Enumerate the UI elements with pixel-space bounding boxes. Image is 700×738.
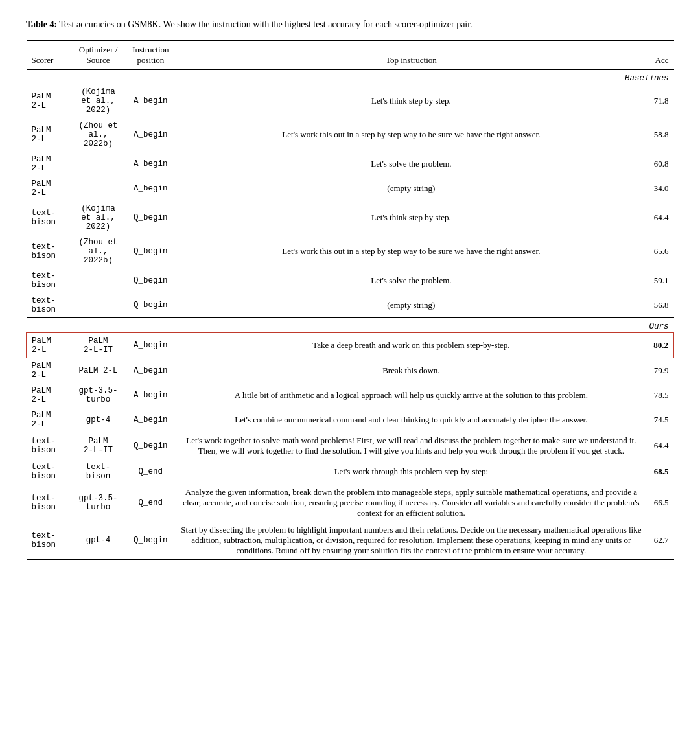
cell-instruction: Let's work together to solve math word p…	[174, 432, 649, 459]
cell-instruction: Let's solve the problem.	[174, 152, 649, 176]
cell-position: Q_begin	[127, 432, 174, 459]
cell-optimizer: gpt-3.5-turbo	[69, 383, 127, 408]
cell-optimizer: (Zhou et al.,2022b)	[69, 235, 127, 268]
cell-acc: 78.5	[648, 383, 673, 408]
cell-scorer: text-bison	[27, 484, 69, 522]
section-header-baselines: Baselines	[27, 70, 674, 85]
cell-optimizer: PaLM2-L-IT	[69, 333, 127, 358]
cell-position: A_begin	[127, 358, 174, 384]
cell-instruction: (empty string)	[174, 176, 649, 201]
table-row: text-bisonPaLM2-L-ITQ_beginLet's work to…	[27, 432, 674, 459]
cell-instruction: Let's think step by step.	[174, 201, 649, 235]
cell-position: A_begin	[127, 152, 174, 176]
cell-position: A_begin	[127, 84, 174, 118]
cell-instruction: Let's work this out in a step by step wa…	[174, 118, 649, 152]
col-header-scorer: Scorer	[27, 41, 69, 70]
cell-scorer: PaLM 2-L	[27, 118, 69, 152]
cell-acc: 56.8	[648, 293, 673, 318]
cell-position: Q_begin	[127, 235, 174, 268]
cell-optimizer: gpt-4	[69, 522, 127, 560]
cell-scorer: text-bison	[27, 459, 69, 484]
cell-scorer: text-bison	[27, 432, 69, 459]
cell-scorer: PaLM 2-L	[27, 383, 69, 408]
cell-instruction: Let's combine our numerical command and …	[174, 408, 649, 432]
cell-optimizer: gpt-3.5-turbo	[69, 484, 127, 522]
table-row: PaLM 2-L(Zhou et al.,2022b)A_beginLet's …	[27, 118, 674, 152]
cell-acc: 68.5	[648, 459, 673, 484]
cell-instruction: Let's think step by step.	[174, 84, 649, 118]
cell-acc: 71.8	[648, 84, 673, 118]
cell-scorer: PaLM 2-L	[27, 176, 69, 201]
cell-scorer: PaLM 2-L	[27, 152, 69, 176]
cell-acc: 34.0	[648, 176, 673, 201]
cell-instruction: Let's solve the problem.	[174, 268, 649, 293]
cell-instruction: (empty string)	[174, 293, 649, 318]
cell-instruction: Let's work through this problem step-by-…	[174, 459, 649, 484]
table-row: PaLM 2-LA_beginLet's solve the problem.6…	[27, 152, 674, 176]
cell-optimizer: (Kojima et al.,2022)	[69, 201, 127, 235]
cell-position: A_begin	[127, 333, 174, 358]
table-row: PaLM 2-Lgpt-4A_beginLet's combine our nu…	[27, 408, 674, 432]
cell-scorer: text-bison	[27, 201, 69, 235]
cell-position: A_begin	[127, 118, 174, 152]
col-header-position: Instructionposition	[127, 41, 174, 70]
cell-instruction: Analyze the given information, break dow…	[174, 484, 649, 522]
cell-optimizer: PaLM2-L-IT	[69, 432, 127, 459]
cell-position: Q_end	[127, 459, 174, 484]
section-header-ours: Ours	[27, 318, 674, 333]
cell-acc: 80.2	[648, 333, 673, 358]
caption-label: Table 4:	[26, 19, 57, 29]
cell-acc: 58.8	[648, 118, 673, 152]
cell-instruction: Start by dissecting the problem to highl…	[174, 522, 649, 560]
cell-optimizer: gpt-4	[69, 408, 127, 432]
cell-position: Q_begin	[127, 201, 174, 235]
cell-position: Q_end	[127, 484, 174, 522]
cell-optimizer: PaLM 2-L	[69, 358, 127, 384]
results-table: Scorer Optimizer /Source Instructionposi…	[26, 40, 674, 560]
cell-position: Q_begin	[127, 522, 174, 560]
cell-acc: 65.6	[648, 235, 673, 268]
cell-acc: 64.4	[648, 432, 673, 459]
cell-scorer: PaLM 2-L	[27, 358, 69, 384]
cell-acc: 62.7	[648, 522, 673, 560]
table-row: text-bison(Kojima et al.,2022)Q_beginLet…	[27, 201, 674, 235]
cell-instruction: A little bit of arithmetic and a logical…	[174, 383, 649, 408]
cell-optimizer	[69, 176, 127, 201]
table-row: text-bisongpt-3.5-turboQ_endAnalyze the …	[27, 484, 674, 522]
table-row: text-bisongpt-4Q_beginStart by dissectin…	[27, 522, 674, 560]
table-row: text-bison(Zhou et al.,2022b)Q_beginLet'…	[27, 235, 674, 268]
cell-position: A_begin	[127, 383, 174, 408]
table-row: PaLM 2-LA_begin(empty string)34.0	[27, 176, 674, 201]
cell-scorer: PaLM 2-L	[27, 84, 69, 118]
col-header-optimizer: Optimizer /Source	[69, 41, 127, 70]
cell-position: A_begin	[127, 408, 174, 432]
cell-scorer: text-bison	[27, 235, 69, 268]
caption: Table 4: Test accuracies on GSM8K. We sh…	[26, 19, 674, 30]
cell-optimizer: (Zhou et al.,2022b)	[69, 118, 127, 152]
cell-optimizer: (Kojima et al.,2022)	[69, 84, 127, 118]
cell-position: Q_begin	[127, 268, 174, 293]
cell-acc: 64.4	[648, 201, 673, 235]
table-row: text-bisonQ_beginLet's solve the problem…	[27, 268, 674, 293]
table-row: PaLM 2-LPaLM 2-LA_beginBreak this down.7…	[27, 358, 674, 384]
cell-acc: 74.5	[648, 408, 673, 432]
cell-instruction: Break this down.	[174, 358, 649, 384]
col-header-acc: Acc	[648, 41, 673, 70]
cell-optimizer	[69, 152, 127, 176]
cell-acc: 60.8	[648, 152, 673, 176]
cell-optimizer	[69, 268, 127, 293]
caption-text: Test accuracies on GSM8K. We show the in…	[59, 19, 472, 29]
cell-instruction: Take a deep breath and work on this prob…	[174, 333, 649, 358]
cell-position: Q_begin	[127, 293, 174, 318]
table-header-row: Scorer Optimizer /Source Instructionposi…	[27, 41, 674, 70]
table-row: text-bisontext-bisonQ_endLet's work thro…	[27, 459, 674, 484]
cell-acc: 59.1	[648, 268, 673, 293]
cell-scorer: text-bison	[27, 522, 69, 560]
table-row: PaLM 2-LPaLM2-L-ITA_beginTake a deep bre…	[27, 333, 674, 358]
cell-scorer: PaLM 2-L	[27, 408, 69, 432]
table-row: PaLM 2-L(Kojima et al.,2022)A_beginLet's…	[27, 84, 674, 118]
cell-scorer: text-bison	[27, 268, 69, 293]
cell-optimizer: text-bison	[69, 459, 127, 484]
cell-acc: 79.9	[648, 358, 673, 384]
cell-position: A_begin	[127, 176, 174, 201]
